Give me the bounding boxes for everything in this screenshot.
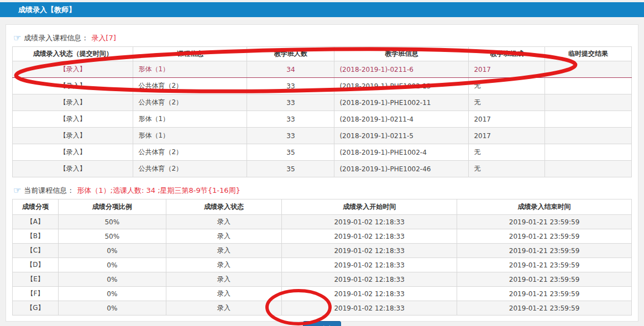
table-cell: 录入 xyxy=(166,301,281,316)
table-row[interactable]: 【录入】形体（1）33(2018-2019-1)-0211-42017 xyxy=(13,111,632,128)
table-cell: (2018-2019-1)-PHE1002-46 xyxy=(334,161,469,177)
table-cell: 【录入】 xyxy=(13,94,133,111)
table-cell: 【录入】 xyxy=(13,61,133,78)
table-cell: 录入 xyxy=(166,229,281,244)
table-cell: 35 xyxy=(247,144,334,161)
table-cell: 录入 xyxy=(166,258,281,272)
table-cell: 0% xyxy=(58,287,166,301)
table-row: 【C】0%录入2019-01-02 12:18:332019-01-21 23:… xyxy=(13,244,632,258)
table-cell: 50% xyxy=(58,229,166,244)
column-header: 教学班组成 xyxy=(469,47,545,61)
column-header: 成绩录入开始时间 xyxy=(282,199,457,215)
table-cell: 无 xyxy=(469,94,545,111)
pointing-hand-icon: ☞ xyxy=(13,187,21,194)
table-cell: 2019-01-21 23:59:59 xyxy=(457,272,632,287)
table-cell: 公共体育（2） xyxy=(133,78,247,94)
table-cell: 2017 xyxy=(469,128,545,144)
content-panel: ☞ 成绩录入课程信息： 录入[7] 成绩录入状态（提交时间）课程信息教学班人数教… xyxy=(6,24,638,322)
table-cell: 录入 xyxy=(166,215,281,229)
table-cell: 形体（1） xyxy=(133,111,247,128)
table-cell: 34 xyxy=(247,61,334,78)
table-cell: 录入 xyxy=(166,287,281,301)
table-cell: 33 xyxy=(247,94,334,111)
table-cell: 2019-01-02 12:18:33 xyxy=(282,244,457,258)
table-cell: 33 xyxy=(247,111,334,128)
table-cell: 【F】 xyxy=(13,287,59,301)
table-row: 【F】0%录入2019-01-02 12:18:332019-01-21 23:… xyxy=(13,287,632,301)
table-cell: (2018-2019-1)-PHE1002-11 xyxy=(334,94,469,111)
table-cell: 录入 xyxy=(166,244,281,258)
table-cell: 0% xyxy=(58,272,166,287)
table-row: 【D】0%录入2019-01-02 12:18:332019-01-21 23:… xyxy=(13,258,632,272)
column-header: 成绩分项比例 xyxy=(58,199,166,215)
table-cell: 2019-01-21 23:59:59 xyxy=(457,258,632,272)
table-cell: 2019-01-21 23:59:59 xyxy=(457,215,632,229)
course-table: 成绩录入状态（提交时间）课程信息教学班人数教学班信息教学班组成临时提交结果 【录… xyxy=(12,46,632,177)
column-header: 教学班信息 xyxy=(334,47,469,61)
column-header: 临时提交结果 xyxy=(545,47,632,61)
table-cell: 2019-01-21 23:59:59 xyxy=(457,244,632,258)
table-cell: 33 xyxy=(247,128,334,144)
column-header: 课程信息 xyxy=(133,47,247,61)
pointing-hand-icon: ☞ xyxy=(13,34,21,42)
table-cell: 形体（1） xyxy=(133,128,247,144)
table-cell: 【C】 xyxy=(13,244,59,258)
table-cell: 50% xyxy=(58,215,166,229)
column-header: 成绩录入状态（提交时间） xyxy=(13,47,133,61)
table-cell xyxy=(545,94,632,111)
course-list-section-header: ☞ 成绩录入课程信息： 录入[7] xyxy=(13,33,631,43)
table-cell: 【B】 xyxy=(13,229,59,244)
table-row[interactable]: 【录入】形体（1）34(2018-2019-1)-0211-62017 xyxy=(13,61,632,78)
course-table-header-row: 成绩录入状态（提交时间）课程信息教学班人数教学班信息教学班组成临时提交结果 xyxy=(13,47,632,61)
table-cell: 0% xyxy=(58,301,166,316)
table-cell: 2019-01-02 12:18:33 xyxy=(282,215,457,229)
table-cell: 录入 xyxy=(166,272,281,287)
confirm-button[interactable]: ✔ 确定 xyxy=(303,321,342,326)
table-cell: 2019-01-21 23:59:59 xyxy=(457,287,632,301)
table-cell: 2019-01-02 12:18:33 xyxy=(282,287,457,301)
current-course-section-header: ☞ 当前课程信息： 形体（1）;选课人数: 34 ;星期三第8-9节{1-16周… xyxy=(13,186,631,196)
course-list-label: 成绩录入课程信息： xyxy=(24,33,88,43)
table-cell xyxy=(545,161,632,177)
table-cell: 公共体育（2） xyxy=(133,94,247,111)
table-cell: 公共体育（2） xyxy=(133,161,247,177)
table-cell: 0% xyxy=(58,244,166,258)
table-cell: 无 xyxy=(469,161,545,177)
table-cell: 33 xyxy=(247,78,334,94)
table-cell: 【录入】 xyxy=(13,78,133,94)
table-cell: 2019-01-21 23:59:59 xyxy=(457,301,632,316)
page-title: 成绩录入【教师】 xyxy=(18,6,76,14)
table-cell: 【录入】 xyxy=(13,144,133,161)
table-row[interactable]: 【录入】公共体育（2）33(2018-2019-1)-PHE1002-13无 xyxy=(13,78,632,94)
table-cell: (2018-2019-1)-PHE1002-13 xyxy=(334,78,469,94)
column-header: 成绩录入状态 xyxy=(166,199,281,215)
table-cell: 2017 xyxy=(469,61,545,78)
table-cell: 【A】 xyxy=(13,215,59,229)
table-cell: (2018-2019-1)-PHE1002-4 xyxy=(334,144,469,161)
table-cell: (2018-2019-1)-0211-6 xyxy=(334,61,469,78)
column-header: 教学班人数 xyxy=(247,47,334,61)
table-row[interactable]: 【录入】公共体育（2）33(2018-2019-1)-PHE1002-11无 xyxy=(13,94,632,111)
current-course-value: 形体（1）;选课人数: 34 ;星期三第8-9节{1-16周} xyxy=(77,186,240,196)
entry-count-link[interactable]: 录入[7] xyxy=(91,33,116,43)
table-row: 【E】0%录入2019-01-02 12:18:332019-01-21 23:… xyxy=(13,272,632,287)
table-cell: 【E】 xyxy=(13,272,59,287)
table-row[interactable]: 【录入】公共体育（2）35(2018-2019-1)-PHE1002-46无 xyxy=(13,161,632,177)
table-cell: 【录入】 xyxy=(13,111,133,128)
table-cell: 无 xyxy=(469,144,545,161)
table-row[interactable]: 【录入】形体（1）33(2018-2019-1)-0211-52017 xyxy=(13,128,632,144)
button-row: ✔ 确定 xyxy=(12,321,632,326)
table-row: 【A】50%录入2019-01-02 12:18:332019-01-21 23… xyxy=(13,215,632,229)
table-cell: 【D】 xyxy=(13,258,59,272)
table-cell: (2018-2019-1)-0211-5 xyxy=(334,128,469,144)
column-header: 成绩录入结束时间 xyxy=(457,199,632,215)
table-cell xyxy=(545,61,632,78)
table-cell xyxy=(545,78,632,94)
grade-items-header-row: 成绩分项成绩分项比例成绩录入状态成绩录入开始时间成绩录入结束时间 xyxy=(13,199,632,215)
table-cell: 2019-01-02 12:18:33 xyxy=(282,258,457,272)
table-cell: 【录入】 xyxy=(13,128,133,144)
table-row[interactable]: 【录入】公共体育（2）35(2018-2019-1)-PHE1002-4无 xyxy=(13,144,632,161)
grade-items-table: 成绩分项成绩分项比例成绩录入状态成绩录入开始时间成绩录入结束时间 【A】50%录… xyxy=(12,199,632,316)
table-cell xyxy=(545,111,632,128)
table-row: 【B】50%录入2019-01-02 12:18:332019-01-21 23… xyxy=(13,229,632,244)
